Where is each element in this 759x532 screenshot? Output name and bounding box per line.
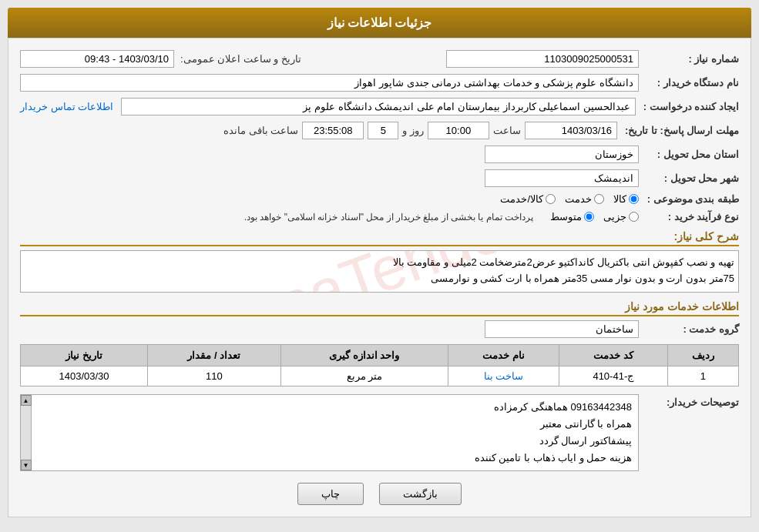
- tabaqe-khadamat-radio[interactable]: [594, 194, 604, 204]
- page-header: جزئیات اطلاعات نیاز: [8, 8, 751, 38]
- noe-jozi-item[interactable]: جزیی: [603, 211, 639, 223]
- tarikh-value: 1403/03/10 - 09:43: [20, 50, 174, 68]
- noe-jozi-radio[interactable]: [629, 212, 639, 222]
- mohlat-baqi-value: 23:55:08: [302, 122, 364, 139]
- col-tarikh: تاریخ نیاز: [21, 345, 148, 366]
- sharh-value-box: AnaTender تهیه و نصب کفپوش انتی باکتریال…: [20, 250, 739, 293]
- mohlat-saat-label: ساعت: [493, 125, 521, 136]
- tarikh-label: تاریخ و ساعت اعلان عمومی:: [180, 53, 301, 65]
- noe-mottavasset-label: متوسط: [550, 211, 582, 223]
- tabaqe-kala-radio[interactable]: [629, 194, 639, 204]
- table-header-row: ردیف کد خدمت نام خدمت واحد اندازه گیری ت…: [21, 345, 739, 366]
- tosaif-line3: پیشفاکتور ارسال گردد: [36, 433, 632, 450]
- gorohe-khadamat-row: گروه خدمت : ساختمان: [20, 320, 739, 338]
- tabaqe-kala-khadamat-item[interactable]: کالا/خدمت: [500, 193, 556, 205]
- nam-dastgah-value: دانشگاه علوم پزشکی و خدمات بهداشتی درمان…: [20, 74, 639, 92]
- tabaqe-radio-group: کالا خدمت کالا/خدمت: [20, 193, 639, 205]
- main-content: شماره نیاز : 1103009025000531 تاریخ و سا…: [8, 38, 751, 517]
- tosaif-box: ▲ ▼ 09163442348 هماهنگی کرمزاده همراه با…: [20, 394, 639, 471]
- gorohe-khadamat-label: گروه خدمت :: [639, 323, 739, 335]
- cell-vahed: متر مربع: [280, 366, 448, 386]
- col-nam: نام خدمت: [448, 345, 559, 366]
- tabaqe-row: طبقه بندی موضوعی : کالا خدمت کالا/خدمت: [20, 193, 739, 205]
- shomara-niaz-row: شماره نیاز : 1103009025000531 تاریخ و سا…: [20, 50, 739, 68]
- ostan-row: استان محل تحویل : خوزستان: [20, 146, 739, 163]
- header-title: جزئیات اطلاعات نیاز: [327, 16, 432, 29]
- ijad-konande-link[interactable]: اطلاعات تماس خریدار: [20, 101, 113, 112]
- shahr-label: شهر محل تحویل :: [639, 172, 739, 184]
- table-row: 1 ج-41-410 ساخت بنا متر مربع 110 1403/03…: [21, 366, 739, 386]
- noe-note: پرداخت تمام یا بخشی از مبلغ خریدار از مح…: [244, 212, 533, 223]
- tabaqe-khadamat-label: خدمت: [565, 193, 592, 205]
- cell-tedad: 110: [148, 366, 281, 386]
- gorohe-khadamat-value: ساختمان: [485, 320, 639, 338]
- tosaif-line1: 09163442348 هماهنگی کرمزاده: [36, 399, 632, 416]
- noe-farayand-label: نوع فرآیند خرید :: [639, 211, 739, 223]
- scrollbar[interactable]: ▲ ▼: [21, 395, 32, 470]
- sharh-line1: تهیه و نصب کفپوش انتی باکتریال کانداکتیو…: [25, 255, 734, 271]
- tosaif-line4: هزینه حمل و ایاب ذهاب با تامین کننده: [36, 450, 632, 467]
- mohlat-saat-value: 10:00: [428, 122, 489, 139]
- mohlat-row: مهلت ارسال پاسخ: تا تاریخ: 1403/03/16 سا…: [20, 122, 739, 139]
- shomara-niaz-label: شماره نیاز :: [639, 53, 739, 65]
- shahr-value: اندیمشک: [485, 169, 639, 187]
- ijad-konande-label: ایجاد کننده درخواست :: [636, 101, 739, 112]
- cell-radif: 1: [667, 366, 738, 386]
- col-kod: کد خدمت: [559, 345, 667, 366]
- ijad-konande-value: عبدالحسین اسماعیلی کاربرداز بیمارستان ام…: [121, 98, 636, 115]
- tabaqe-khadamat-item[interactable]: خدمت: [565, 193, 604, 205]
- mohlat-baqi-label: ساعت باقی مانده: [223, 125, 298, 136]
- scrollbar-down[interactable]: ▼: [21, 460, 32, 470]
- mohlat-roz-label: روز و: [402, 125, 424, 136]
- nam-dastgah-row: نام دستگاه خریدار : دانشگاه علوم پزشکی و…: [20, 74, 739, 92]
- tabaqe-kala-khadamat-radio[interactable]: [546, 194, 556, 204]
- noe-jozi-label: جزیی: [603, 211, 626, 223]
- service-info-section-header: اطلاعات خدمات مورد نیاز: [20, 300, 739, 316]
- cell-kod: ج-41-410: [559, 366, 667, 386]
- scrollbar-up[interactable]: ▲: [21, 395, 32, 406]
- buttons-row: بازگشت چاپ: [20, 483, 739, 505]
- nam-dastgah-label: نام دستگاه خریدار :: [639, 77, 739, 89]
- mohlat-label: مهلت ارسال پاسخ: تا تاریخ:: [617, 125, 739, 136]
- tabaqe-label: طبقه بندی موضوعی :: [639, 193, 739, 205]
- shahr-row: شهر محل تحویل : اندیمشک: [20, 169, 739, 187]
- tosaif-label: توصیحات خریدار:: [639, 394, 739, 408]
- remarks-section: توصیحات خریدار: ▲ ▼ 09163442348 هماهنگی …: [20, 394, 739, 471]
- shomara-niaz-value: 1103009025000531: [446, 50, 639, 68]
- mohlat-date-value: 1403/03/16: [525, 122, 617, 139]
- tosaif-line2: همراه با گارانتی معتبر: [36, 416, 632, 433]
- cell-nam[interactable]: ساخت بنا: [448, 366, 559, 386]
- noe-farayand-row: نوع فرآیند خرید : جزیی متوسط پرداخت تمام…: [20, 211, 739, 223]
- sharh-line2: 75متر بدون ارت و بدون نوار مسی 35متر همر…: [25, 271, 734, 287]
- bazgasht-button[interactable]: بازگشت: [379, 483, 462, 505]
- ijad-konande-row: ایجاد کننده درخواست : عبدالحسین اسماعیلی…: [20, 98, 739, 115]
- page-wrapper: جزئیات اطلاعات نیاز شماره نیاز : 1103009…: [0, 0, 759, 532]
- tabaqe-kala-item[interactable]: کالا: [613, 193, 639, 205]
- cell-tarikh: 1403/03/30: [21, 366, 148, 386]
- noe-radio-group: جزیی متوسط پرداخت تمام یا بخشی از مبلغ خ…: [20, 211, 639, 223]
- noe-mottavasset-item[interactable]: متوسط: [550, 211, 594, 223]
- col-radif: ردیف: [667, 345, 738, 366]
- tabaqe-kala-label: کالا: [613, 193, 626, 205]
- ostan-value: خوزستان: [485, 146, 639, 163]
- service-table: ردیف کد خدمت نام خدمت واحد اندازه گیری ت…: [20, 344, 739, 386]
- tabaqe-kala-khadamat-label: کالا/خدمت: [500, 193, 543, 205]
- sharh-section-header: شرح کلی نیاز:: [20, 230, 739, 246]
- mohlat-roz-value: 5: [368, 122, 398, 139]
- chap-button[interactable]: چاپ: [297, 483, 364, 505]
- col-tedad: تعداد / مقدار: [148, 345, 281, 366]
- ostan-label: استان محل تحویل :: [639, 149, 739, 160]
- col-vahed: واحد اندازه گیری: [280, 345, 448, 366]
- noe-mottavasset-radio[interactable]: [584, 212, 594, 222]
